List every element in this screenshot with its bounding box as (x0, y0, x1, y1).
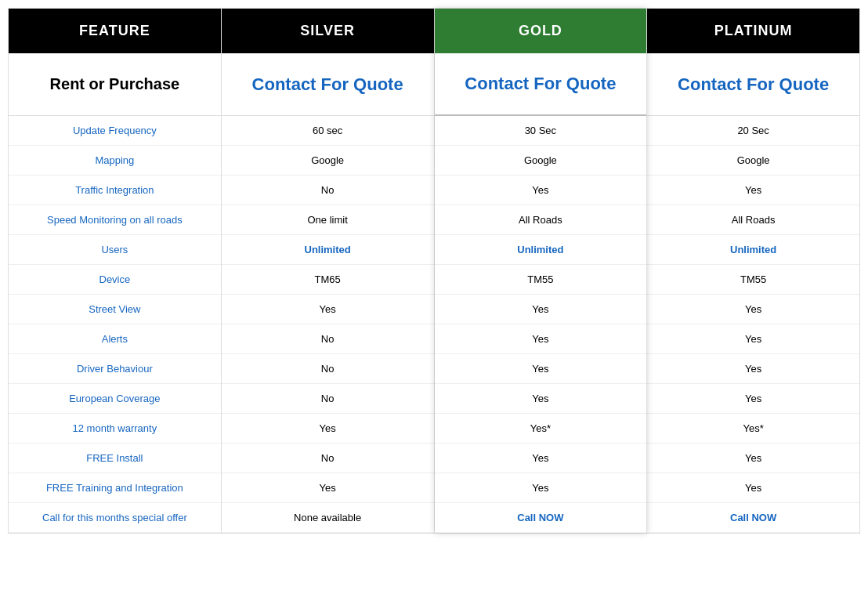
gold-row-2: Yes (435, 176, 647, 205)
feature-row-11: FREE Install (9, 444, 221, 473)
feature-row-6: Street View (9, 295, 221, 324)
gold-price[interactable]: Contact For Quote (435, 53, 647, 116)
platinum-header: PLATINUM (647, 9, 859, 53)
pricing-table: FEATURERent or PurchaseUpdate FrequencyM… (8, 8, 860, 534)
silver-row-11: No (222, 444, 434, 473)
silver-price[interactable]: Contact For Quote (222, 53, 434, 116)
feature-row-9: European Coverage (9, 384, 221, 414)
silver-row-7: No (222, 324, 434, 354)
silver-row-8: No (222, 354, 434, 384)
gold-row-8: Yes (435, 354, 647, 384)
platinum-row-8: Yes (647, 354, 859, 384)
feature-row-4: Users (9, 235, 221, 265)
silver-row-5: TM65 (222, 265, 434, 295)
feature-row-13: Call for this months special offer (9, 503, 221, 533)
column-feature: FEATURERent or PurchaseUpdate FrequencyM… (9, 9, 222, 533)
platinum-row-4: Unlimited (647, 235, 859, 265)
gold-row-9: Yes (435, 384, 647, 414)
gold-row-3: All Roads (435, 205, 647, 235)
gold-row-1: Google (435, 146, 647, 176)
platinum-row-2: Yes (647, 176, 859, 205)
silver-row-1: Google (222, 146, 434, 176)
column-gold: GOLDContact For Quote30 SecGoogleYesAll … (435, 9, 648, 533)
silver-row-2: No (222, 176, 434, 205)
feature-price: Rent or Purchase (9, 53, 221, 116)
platinum-row-11: Yes (647, 444, 859, 473)
feature-row-12: FREE Training and Integration (9, 473, 221, 503)
column-silver: SILVERContact For Quote60 secGoogleNoOne… (222, 9, 435, 533)
gold-header: GOLD (435, 9, 647, 53)
silver-row-4: Unlimited (222, 235, 434, 265)
feature-row-2: Traffic Integration (9, 176, 221, 205)
gold-row-0: 30 Sec (435, 116, 647, 146)
platinum-row-6: Yes (647, 295, 859, 324)
platinum-row-7: Yes (647, 324, 859, 354)
silver-row-6: Yes (222, 295, 434, 324)
feature-row-0: Update Frequency (9, 116, 221, 146)
silver-row-0: 60 sec (222, 116, 434, 146)
silver-row-12: Yes (222, 473, 434, 503)
gold-row-5: TM55 (435, 265, 647, 295)
silver-header: SILVER (222, 9, 434, 53)
feature-row-7: Alerts (9, 324, 221, 354)
platinum-row-3: All Roads (647, 205, 859, 235)
silver-row-13: None available (222, 503, 434, 533)
platinum-row-0: 20 Sec (647, 116, 859, 146)
gold-row-6: Yes (435, 295, 647, 324)
feature-row-10: 12 month warranty (9, 414, 221, 444)
feature-header: FEATURE (9, 9, 221, 53)
silver-row-3: One limit (222, 205, 434, 235)
platinum-row-12: Yes (647, 473, 859, 503)
gold-row-11: Yes (435, 444, 647, 473)
platinum-row-13: Call NOW (647, 503, 859, 533)
gold-row-13: Call NOW (435, 503, 647, 533)
column-platinum: PLATINUMContact For Quote20 SecGoogleYes… (647, 9, 859, 533)
platinum-row-5: TM55 (647, 265, 859, 295)
feature-row-1: Mapping (9, 146, 221, 176)
platinum-row-9: Yes (647, 384, 859, 414)
feature-row-8: Driver Behaviour (9, 354, 221, 384)
feature-row-3: Speed Monitoring on all roads (9, 205, 221, 235)
silver-row-10: Yes (222, 414, 434, 444)
gold-row-10: Yes* (435, 414, 647, 444)
gold-row-7: Yes (435, 324, 647, 354)
platinum-price[interactable]: Contact For Quote (647, 53, 859, 116)
platinum-row-10: Yes* (647, 414, 859, 444)
silver-row-9: No (222, 384, 434, 414)
platinum-row-1: Google (647, 146, 859, 176)
feature-row-5: Device (9, 265, 221, 295)
gold-row-12: Yes (435, 473, 647, 503)
gold-row-4: Unlimited (435, 235, 647, 265)
